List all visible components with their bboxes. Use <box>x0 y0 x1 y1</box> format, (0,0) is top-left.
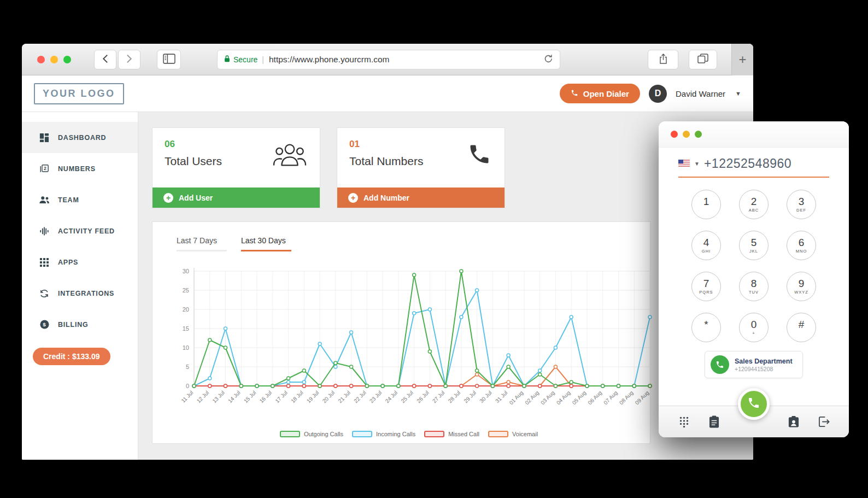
zoom-window-button[interactable] <box>695 131 702 138</box>
dial-key-4[interactable]: 4GHI <box>691 231 721 260</box>
legend-item-voicemail: Voicemail <box>488 431 538 437</box>
notes-icon[interactable] <box>708 415 721 428</box>
contacts-icon[interactable] <box>787 416 800 428</box>
call-button[interactable] <box>738 388 770 420</box>
dial-key-7[interactable]: 7PQRS <box>691 272 721 301</box>
users-group-icon <box>273 142 307 188</box>
svg-text:03 Aug: 03 Aug <box>539 390 556 406</box>
key-digit: 3 <box>799 196 805 208</box>
key-digit: 1 <box>703 196 709 208</box>
desktop-background: Secure | https://www.phone.yourcrm.com +… <box>0 0 868 498</box>
sidebar-item-label: INTEGRATIONS <box>58 290 114 297</box>
dial-key-5[interactable]: 5JKL <box>739 231 769 260</box>
dial-key-1[interactable]: 1 <box>691 190 721 219</box>
exit-icon[interactable] <box>817 417 830 427</box>
call-icon <box>747 396 760 412</box>
sidebar-item-team[interactable]: TEAM <box>22 184 138 215</box>
svg-text:05 Aug: 05 Aug <box>571 390 588 406</box>
key-digit: 7 <box>703 278 709 290</box>
dial-number-input[interactable]: ▼ +12252548960 <box>678 156 829 178</box>
svg-text:11 Jul: 11 Jul <box>180 390 194 404</box>
back-button[interactable] <box>94 50 116 69</box>
chevron-down-icon[interactable]: ▼ <box>735 90 741 97</box>
svg-text:0: 0 <box>186 383 189 389</box>
favorite-contact[interactable]: Sales Department +12094415208 <box>705 351 803 378</box>
svg-text:10: 10 <box>183 344 189 351</box>
phone-icon <box>467 142 491 188</box>
sidebar-toggle-button[interactable] <box>157 50 181 69</box>
close-window-button[interactable] <box>671 131 678 138</box>
legend-item-incoming-calls: Incoming Calls <box>352 431 415 437</box>
minimize-window-button[interactable] <box>50 56 58 63</box>
dialed-number[interactable]: +12252548960 <box>704 156 791 171</box>
browser-toolbar: Secure | https://www.phone.yourcrm.com + <box>22 44 753 75</box>
sidebar-item-label: APPS <box>58 259 78 266</box>
svg-text:$: $ <box>43 321 46 327</box>
forward-button[interactable] <box>118 50 140 69</box>
close-window-button[interactable] <box>37 56 45 63</box>
minimize-window-button[interactable] <box>683 131 690 138</box>
dialpad: 12ABC3DEF4GHI5JKL6MNO7PQRS8TUV9WXYZ*0+# <box>659 190 849 342</box>
dial-key-9[interactable]: 9WXYZ <box>787 272 816 301</box>
favorite-contact-number: +12094415208 <box>735 366 793 372</box>
share-button[interactable] <box>648 50 678 69</box>
dialpad-icon[interactable] <box>677 416 690 428</box>
svg-text:08 Aug: 08 Aug <box>618 390 635 406</box>
dial-key-8[interactable]: 8TUV <box>739 272 769 301</box>
team-icon <box>39 196 50 204</box>
key-letters: + <box>752 331 755 336</box>
key-letters: PQRS <box>699 290 713 295</box>
key-digit: * <box>704 319 708 331</box>
dial-key-hash[interactable]: # <box>787 313 816 342</box>
stat-label: Total Numbers <box>349 155 423 168</box>
us-flag-icon[interactable] <box>678 159 690 169</box>
add-user-button[interactable]: +Add User <box>153 188 320 208</box>
avatar[interactable]: D <box>649 85 667 103</box>
svg-text:25: 25 <box>183 287 189 294</box>
dial-key-6[interactable]: 6MNO <box>787 231 816 260</box>
sidebar-item-dashboard[interactable]: DASHBOARD <box>22 122 138 153</box>
sidebar-item-label: BILLING <box>58 321 89 329</box>
window-controls <box>37 56 71 63</box>
dial-key-2[interactable]: 2ABC <box>739 190 769 219</box>
dial-key-0[interactable]: 0+ <box>739 313 769 342</box>
new-tab-button[interactable]: + <box>731 44 753 75</box>
zoom-window-button[interactable] <box>63 56 71 63</box>
add-number-button[interactable]: +Add Number <box>337 188 505 208</box>
sidebar-item-label: DASHBOARD <box>58 134 106 142</box>
dial-key-star[interactable]: * <box>691 313 721 342</box>
tab-last-30-days[interactable]: Last 30 Days <box>241 236 291 251</box>
phone-icon <box>571 89 578 98</box>
refresh-icon[interactable] <box>544 54 553 66</box>
chevron-right-icon <box>126 54 132 66</box>
legend-swatch <box>424 431 444 437</box>
key-letters: MNO <box>796 249 807 254</box>
sidebar-item-numbers[interactable]: 2NUMBERS <box>22 153 138 184</box>
sidebar-item-integrations[interactable]: INTEGRATIONS <box>22 278 138 309</box>
billing-icon: $ <box>39 320 50 329</box>
open-dialer-button[interactable]: Open Dialer <box>560 84 640 103</box>
legend-swatch <box>280 431 300 437</box>
sidebar-item-apps[interactable]: APPS <box>22 247 138 278</box>
legend-label: Missed Call <box>448 431 479 437</box>
sidebar-item-activity-feed[interactable]: ACTIVITY FEED <box>22 215 138 247</box>
sidebar-item-label: ACTIVITY FEED <box>58 227 115 235</box>
svg-text:26 Jul: 26 Jul <box>415 390 430 405</box>
sidebar-item-billing[interactable]: $BILLING <box>22 309 138 340</box>
key-letters: DEF <box>796 208 806 213</box>
tab-last-7-days[interactable]: Last 7 Days <box>177 236 227 251</box>
key-digit: 5 <box>751 237 757 249</box>
tab-overview-button[interactable] <box>689 50 717 69</box>
dial-key-3[interactable]: 3DEF <box>787 190 816 219</box>
address-bar[interactable]: Secure | https://www.phone.yourcrm.com <box>217 50 560 69</box>
svg-text:24 Jul: 24 Jul <box>384 390 399 405</box>
action-label: Add User <box>179 194 213 202</box>
favorite-contact-name: Sales Department <box>735 358 793 365</box>
key-digit: 6 <box>799 237 805 249</box>
stat-card-total-users: 06Total Users+Add User <box>152 127 320 208</box>
svg-text:06 Aug: 06 Aug <box>587 390 603 406</box>
sidebar: DASHBOARD2NUMBERSTEAMACTIVITY FEEDAPPSIN… <box>22 112 138 460</box>
flag-caret-icon[interactable]: ▼ <box>694 161 700 167</box>
stat-card-total-numbers: 01Total Numbers+Add Number <box>337 127 505 208</box>
user-name[interactable]: David Warner <box>676 89 725 98</box>
